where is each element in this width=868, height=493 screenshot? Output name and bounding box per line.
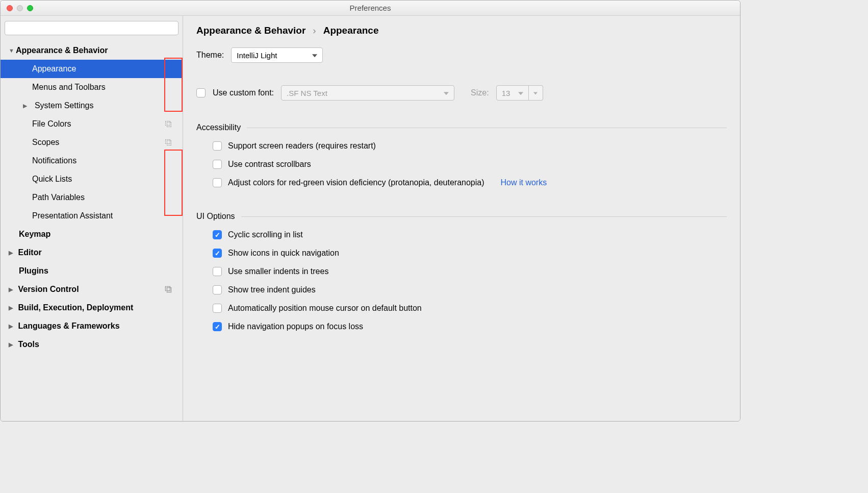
use-custom-font-checkbox[interactable] xyxy=(196,88,206,97)
sidebar-item-build-execution[interactable]: ▶ Build, Execution, Deployment xyxy=(1,299,183,317)
option-label: Show icons in quick navigation xyxy=(228,249,339,258)
screen-readers-checkbox[interactable] xyxy=(213,141,222,151)
font-size-dropdown-button[interactable] xyxy=(529,85,543,101)
section-title: UI Options xyxy=(196,212,235,221)
option-label: Cyclic scrolling in list xyxy=(228,230,303,239)
project-level-icon: ⿻ xyxy=(165,120,172,128)
tree-label: Path Variables xyxy=(32,193,85,202)
tree-label: Menus and Toolbars xyxy=(32,83,106,92)
project-level-icon: ⿻ xyxy=(165,285,172,293)
sidebar-item-scopes[interactable]: Scopes⿻ xyxy=(1,133,183,152)
option-label: Use contrast scrollbars xyxy=(228,160,311,169)
chevron-right-icon: ▶ xyxy=(9,286,16,293)
sidebar-item-system-settings[interactable]: ▶ System Settings xyxy=(1,96,183,115)
divider xyxy=(247,128,727,128)
accessibility-section: Accessibility xyxy=(196,123,727,132)
tree-label: Version Control xyxy=(18,285,79,294)
sidebar-item-appearance[interactable]: Appearance xyxy=(1,60,183,78)
chevron-right-icon: ▶ xyxy=(23,103,30,109)
option-label: Automatically position mouse cursor on d… xyxy=(228,304,422,313)
sidebar-item-version-control[interactable]: ▶ Version Control⿻ xyxy=(1,280,183,299)
tree-label: File Colors xyxy=(32,119,71,129)
chevron-right-icon: ▶ xyxy=(9,341,16,348)
project-level-icon: ⿻ xyxy=(165,138,172,146)
option-label: Hide navigation popups on focus loss xyxy=(228,322,363,331)
sidebar-item-presentation-assistant[interactable]: Presentation Assistant xyxy=(1,207,183,225)
breadcrumb-root: Appearance & Behavior xyxy=(196,25,305,36)
window-title: Preferences xyxy=(350,4,391,12)
tree-label: Appearance xyxy=(32,64,76,73)
option-label: Use smaller indents in trees xyxy=(228,267,328,276)
sidebar-item-file-colors[interactable]: File Colors⿻ xyxy=(1,115,183,133)
cyclic-scrolling-checkbox[interactable] xyxy=(213,230,222,239)
section-title: Accessibility xyxy=(196,123,241,132)
use-custom-font-label: Use custom font: xyxy=(213,88,274,97)
sidebar-item-keymap[interactable]: Keymap xyxy=(1,225,183,243)
sidebar-item-editor[interactable]: ▶ Editor xyxy=(1,243,183,262)
settings-tree: ▼Appearance & Behavior Appearance Menus … xyxy=(1,39,183,421)
option-label: Show tree indent guides xyxy=(228,285,316,294)
sidebar-item-languages-frameworks[interactable]: ▶ Languages & Frameworks xyxy=(1,317,183,335)
search-input[interactable] xyxy=(5,21,178,35)
tree-label: System Settings xyxy=(35,101,94,110)
smaller-indents-checkbox[interactable] xyxy=(213,267,222,276)
tree-label: Appearance & Behavior xyxy=(16,46,108,55)
titlebar: Preferences xyxy=(1,1,740,16)
tree-label: Presentation Assistant xyxy=(32,211,113,220)
divider xyxy=(241,216,727,217)
tree-label: Quick Lists xyxy=(32,175,72,184)
ui-options-section: UI Options xyxy=(196,212,727,221)
sidebar-item-path-variables[interactable]: Path Variables xyxy=(1,188,183,207)
breadcrumb-leaf: Appearance xyxy=(323,25,379,36)
tree-label: Tools xyxy=(18,340,39,349)
minimize-window-button[interactable] xyxy=(17,5,23,11)
sidebar-item-appearance-behavior[interactable]: ▼Appearance & Behavior xyxy=(1,41,183,60)
hide-nav-popups-checkbox[interactable] xyxy=(213,322,222,331)
font-size-input[interactable]: 13 xyxy=(496,85,529,101)
tree-label: Notifications xyxy=(32,156,76,165)
close-window-button[interactable] xyxy=(7,5,13,11)
tree-label: Languages & Frameworks xyxy=(18,322,119,331)
chevron-down-icon: ▼ xyxy=(9,47,16,54)
chevron-right-icon: ▶ xyxy=(9,323,16,330)
content-pane: Appearance & Behavior › Appearance Theme… xyxy=(183,16,740,421)
theme-select[interactable]: IntelliJ Light xyxy=(231,47,323,63)
chevron-right-icon: ▶ xyxy=(9,250,16,256)
sidebar-item-plugins[interactable]: Plugins xyxy=(1,262,183,280)
contrast-scrollbars-checkbox[interactable] xyxy=(213,160,222,169)
adjust-colors-checkbox[interactable] xyxy=(213,178,222,187)
theme-label: Theme: xyxy=(196,51,224,60)
sidebar-item-notifications[interactable]: Notifications xyxy=(1,152,183,170)
tree-label: Editor xyxy=(18,248,41,257)
tree-label: Plugins xyxy=(19,266,48,276)
how-it-works-link[interactable]: How it works xyxy=(501,178,547,187)
tree-label: Keymap xyxy=(19,230,50,239)
size-label: Size: xyxy=(471,88,489,97)
window-controls xyxy=(1,5,33,11)
tree-label: Build, Execution, Deployment xyxy=(18,303,133,312)
breadcrumb: Appearance & Behavior › Appearance xyxy=(196,25,727,36)
tree-indent-guides-checkbox[interactable] xyxy=(213,285,222,294)
sidebar-item-menus-toolbars[interactable]: Menus and Toolbars xyxy=(1,78,183,96)
option-label: Adjust colors for red-green vision defic… xyxy=(228,178,484,187)
sidebar-item-quick-lists[interactable]: Quick Lists xyxy=(1,170,183,188)
show-icons-checkbox[interactable] xyxy=(213,249,222,258)
sidebar-item-tools[interactable]: ▶ Tools xyxy=(1,335,183,354)
zoom-window-button[interactable] xyxy=(27,5,33,11)
chevron-right-icon: › xyxy=(313,25,316,36)
font-select[interactable]: .SF NS Text xyxy=(281,85,454,101)
option-label: Support screen readers (requires restart… xyxy=(228,141,376,151)
chevron-right-icon: ▶ xyxy=(9,305,16,311)
tree-label: Scopes xyxy=(32,138,59,147)
sidebar: ▼Appearance & Behavior Appearance Menus … xyxy=(1,16,183,421)
auto-position-cursor-checkbox[interactable] xyxy=(213,304,222,313)
